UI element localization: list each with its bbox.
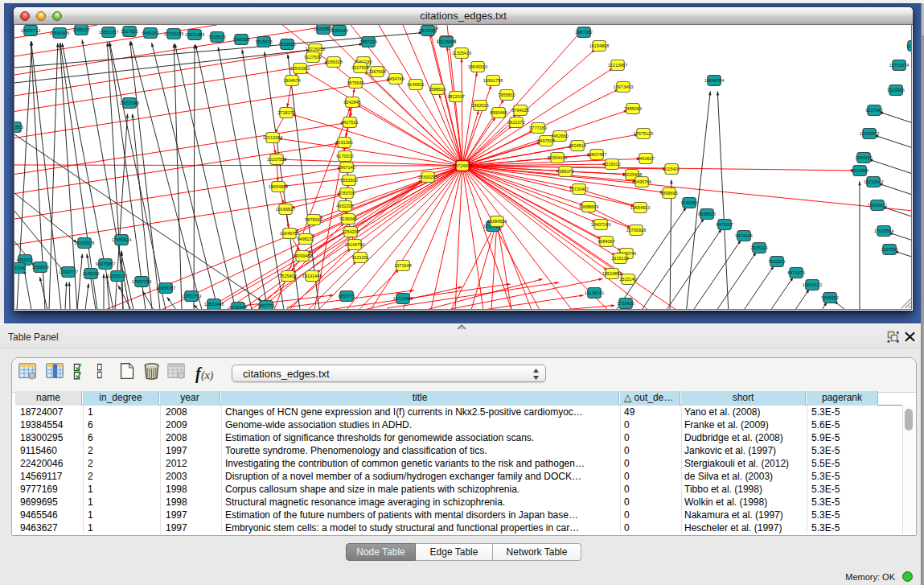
svg-text:10653267: 10653267: [99, 30, 118, 35]
svg-text:12213967: 12213967: [608, 63, 627, 68]
svg-text:9474444: 9474444: [735, 233, 752, 238]
svg-text:6479197: 6479197: [716, 222, 733, 227]
svg-text:8215958: 8215958: [851, 168, 868, 173]
svg-text:12226058: 12226058: [306, 47, 325, 51]
svg-text:2718170: 2718170: [277, 110, 294, 115]
svg-text:1167530: 1167530: [881, 247, 897, 252]
svg-text:16961758: 16961758: [483, 78, 503, 83]
svg-text:4932200: 4932200: [336, 204, 353, 208]
svg-text:8454749: 8454749: [387, 76, 404, 81]
svg-text:7955812: 7955812: [498, 93, 515, 97]
svg-text:15716485: 15716485: [393, 296, 413, 301]
svg-text:15720407: 15720407: [569, 187, 589, 192]
svg-text:1254200: 1254200: [342, 229, 359, 234]
svg-text:17975125: 17975125: [634, 131, 653, 136]
svg-text:3822037: 3822037: [447, 94, 464, 99]
svg-text:8938923: 8938923: [698, 212, 715, 216]
svg-text:10688609: 10688609: [579, 204, 598, 209]
svg-text:6466160: 6466160: [142, 31, 158, 35]
svg-text:1615132: 1615132: [611, 256, 628, 261]
svg-text:391540: 391540: [14, 266, 26, 270]
svg-text:9327508: 9327508: [351, 65, 368, 70]
svg-text:7857224: 7857224: [359, 39, 376, 44]
svg-text:1362615: 1362615: [471, 103, 488, 108]
svg-text:8990448: 8990448: [490, 110, 507, 115]
svg-text:9777169: 9777169: [529, 126, 546, 130]
svg-text:12342737: 12342737: [59, 270, 78, 274]
svg-text:9127509: 9127509: [304, 55, 321, 60]
svg-text:2935114: 2935114: [750, 245, 767, 250]
svg-text:7515525: 7515525: [255, 39, 272, 44]
svg-text:10107553: 10107553: [267, 157, 286, 162]
svg-text:14055712: 14055712: [21, 28, 40, 33]
svg-text:10807487: 10807487: [587, 152, 606, 157]
svg-text:10782759: 10782759: [182, 294, 201, 299]
svg-text:16648784: 16648784: [704, 78, 724, 83]
svg-text:19191448: 19191448: [302, 274, 322, 278]
svg-text:1640950: 1640950: [680, 200, 697, 205]
svg-text:10973493: 10973493: [614, 84, 633, 89]
svg-text:1588520: 1588520: [429, 87, 446, 92]
svg-text:20756928: 20756928: [626, 228, 646, 233]
svg-text:1244415: 1244415: [855, 155, 872, 160]
svg-text:7632621: 7632621: [768, 259, 785, 264]
svg-text:18724007: 18724007: [453, 163, 472, 168]
svg-text:10671385: 10671385: [185, 32, 204, 37]
svg-text:9146821: 9146821: [407, 82, 424, 87]
svg-text:6899695: 6899695: [660, 191, 677, 196]
svg-text:8186328: 8186328: [325, 60, 342, 64]
svg-text:90975887: 90975887: [96, 262, 115, 266]
svg-text:1065327: 1065327: [72, 27, 89, 32]
svg-text:13524851: 13524851: [602, 271, 622, 276]
svg-text:10719185: 10719185: [164, 31, 183, 36]
svg-text:6497508: 6497508: [537, 138, 554, 143]
svg-text:15495766: 15495766: [632, 179, 651, 184]
svg-text:4350011: 4350011: [16, 257, 33, 262]
svg-text:20691406: 20691406: [50, 31, 69, 35]
svg-text:1145190: 1145190: [82, 271, 99, 276]
svg-text:19654985: 19654985: [269, 184, 288, 189]
svg-text:8427521: 8427521: [341, 120, 358, 125]
svg-text:1553500: 1553500: [340, 178, 357, 183]
svg-text:1065338: 1065338: [232, 37, 249, 42]
svg-text:1156829: 1156829: [31, 265, 48, 270]
svg-text:6794028: 6794028: [511, 108, 528, 113]
svg-text:19166827: 19166827: [276, 207, 295, 212]
svg-text:9115400: 9115400: [663, 167, 680, 171]
svg-text:1292344: 1292344: [229, 305, 246, 310]
svg-text:3875645: 3875645: [347, 80, 363, 85]
svg-text:17010504: 17010504: [874, 229, 893, 233]
svg-text:9498222: 9498222: [297, 237, 314, 241]
svg-text:9245652: 9245652: [821, 295, 838, 300]
svg-text:16210643: 16210643: [864, 179, 883, 184]
svg-text:15692931: 15692931: [868, 203, 887, 208]
svg-text:9657771: 9657771: [257, 303, 274, 308]
svg-text:18300295: 18300295: [418, 175, 437, 179]
svg-text:2987682: 2987682: [575, 30, 592, 35]
svg-text:14136141: 14136141: [585, 290, 604, 295]
svg-text:3824514: 3824514: [569, 143, 585, 148]
svg-text:6170012: 6170012: [336, 154, 353, 159]
svg-text:15751074: 15751074: [889, 63, 909, 68]
svg-text:2367608: 2367608: [368, 69, 385, 74]
svg-text:1371648: 1371648: [394, 263, 411, 268]
svg-text:19654923: 19654923: [630, 205, 650, 210]
svg-text:7386372: 7386372: [556, 169, 573, 174]
svg-text:9084067: 9084067: [598, 239, 614, 244]
svg-text:12213383: 12213383: [263, 135, 282, 140]
svg-text:7515525: 7515525: [208, 35, 225, 39]
svg-text:8471676: 8471676: [787, 270, 804, 275]
svg-text:8813054: 8813054: [419, 28, 436, 33]
svg-text:1733426: 1733426: [617, 301, 634, 306]
svg-text:12823448: 12823448: [204, 302, 224, 307]
svg-text:29053346: 29053346: [120, 101, 139, 105]
svg-text:6216012: 6216012: [603, 162, 620, 167]
svg-text:16154808: 16154808: [589, 43, 609, 48]
svg-text:19144790: 19144790: [345, 242, 364, 247]
svg-text:1117530: 1117530: [906, 43, 912, 48]
svg-text:10543362: 10543362: [290, 66, 310, 71]
svg-text:26206578: 26206578: [75, 241, 94, 245]
svg-text:9463627: 9463627: [637, 156, 654, 161]
svg-text:1621072: 1621072: [507, 120, 524, 125]
svg-text:17957253: 17957253: [132, 279, 151, 284]
